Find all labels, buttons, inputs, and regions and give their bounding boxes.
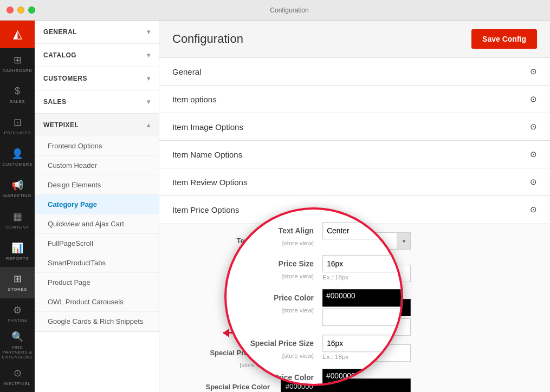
- config-section-item-review-header[interactable]: Item Review Options ⊙: [159, 168, 550, 195]
- sidebar-section-weltpixel-header[interactable]: WETPIXEL ▴: [35, 114, 159, 136]
- sidebar-section-catalog-header[interactable]: CATALOG ▾: [35, 44, 159, 67]
- circle-down-icon: ⊙: [530, 177, 537, 187]
- config-section-item-options-label: Item options: [172, 95, 217, 104]
- price-size-row: Price Size [store view] Ex.: 18px: [172, 265, 537, 290]
- config-section-item-options: Item options ⊙: [159, 86, 550, 113]
- sidebar-item-stores[interactable]: ⊞ STORES: [0, 267, 35, 298]
- sidebar-item-smartproducttabs[interactable]: SmartProductTabs: [35, 253, 159, 273]
- sidebar-item-system[interactable]: ⚙ SYSTEM: [0, 298, 35, 330]
- content-icon: ▦: [13, 211, 22, 223]
- title-bar: Configuration: [0, 0, 550, 21]
- sidebar-item-weltpixel[interactable]: ⊙ WELTPIXEL: [0, 361, 35, 392]
- sidebar-section-catalog: CATALOG ▾: [35, 44, 159, 67]
- config-section-item-image-header[interactable]: Item Image Options ⊙: [159, 113, 550, 140]
- special-price-size-sublabel: [store view]: [172, 362, 270, 368]
- minimize-button[interactable]: [17, 6, 24, 14]
- sidebar-item-custom-header[interactable]: Custom Header: [35, 156, 159, 175]
- config-section-item-options-header[interactable]: Item options ⊙: [159, 86, 550, 113]
- system-icon: ⚙: [13, 304, 22, 316]
- sidebar-section-sales-header[interactable]: SALES ▾: [35, 90, 159, 113]
- sidebar-item-frontend-options[interactable]: Frontend Options: [35, 136, 159, 156]
- text-align-sublabel: [store view]: [172, 250, 270, 256]
- circle-down-icon: ⊙: [530, 122, 537, 132]
- circle-up-icon: ⊙: [530, 205, 537, 214]
- config-section-item-image-label: Item Image Options: [172, 122, 243, 132]
- reports-icon: 📊: [11, 242, 23, 254]
- sidebar-item-find[interactable]: 🔍 FIND PARTNERS & EXTENSIONS: [0, 329, 35, 361]
- stores-icon: ⊞: [14, 273, 22, 285]
- price-color-label: Price Color: [232, 303, 270, 311]
- sales-icon: $: [15, 86, 20, 97]
- special-price-size-input[interactable]: [281, 344, 411, 362]
- sidebar-section-general: GENERAL ▾: [35, 21, 159, 44]
- close-button[interactable]: [7, 6, 14, 14]
- price-size-input[interactable]: [281, 265, 411, 282]
- sidebar-item-reports[interactable]: 📊 REPORTS: [0, 236, 35, 267]
- save-config-button[interactable]: Save Config: [471, 29, 537, 49]
- sidebar-weltpixel-items: Frontend Options Custom Header Design El…: [35, 136, 159, 331]
- maximize-button[interactable]: [28, 6, 35, 14]
- price-color-sublabel: [store view]: [172, 316, 270, 323]
- price-color-row: Price Color [store view] #000000: [172, 299, 537, 336]
- window-controls: [7, 6, 35, 14]
- config-section-item-price-header[interactable]: Item Price Options ⊙: [159, 196, 550, 223]
- circle-down-icon: ⊙: [530, 149, 537, 159]
- sidebar-item-owl-carousels[interactable]: OWL Product Carousels: [35, 292, 159, 312]
- customers-icon: 👤: [11, 148, 23, 160]
- price-size-sublabel: [store view]: [172, 282, 270, 289]
- config-section-item-name-header[interactable]: Item Name Options ⊙: [159, 141, 550, 168]
- logo[interactable]: ◭: [0, 21, 35, 48]
- special-price-size-row: Special Price Size [store view] Ex.: 18p…: [172, 344, 537, 370]
- sidebar-item-customers[interactable]: 👤 CUSTOMERS: [0, 142, 35, 173]
- magento-logo: ◭: [13, 27, 22, 41]
- text-align-row: Text Align [store view] Center Left Righ…: [172, 232, 537, 256]
- sidebar-item-products[interactable]: ⊡ PRODUCTS: [0, 110, 35, 142]
- sidebar-section-sales: SALES ▾: [35, 90, 159, 114]
- price-color-text-input[interactable]: [281, 318, 411, 336]
- sidebar-item-design-elements[interactable]: Design Elements: [35, 175, 159, 195]
- sidebar-item-google-cards[interactable]: Google Cards & Rich Snippets: [35, 312, 159, 331]
- special-price-size-hint: Ex.: 18px: [281, 363, 537, 370]
- config-section-item-name: Item Name Options ⊙: [159, 141, 550, 168]
- text-align-label: Text Align: [237, 237, 270, 245]
- config-section-item-image: Item Image Options ⊙: [159, 113, 550, 141]
- left-navigation: ◭ ⊞ DASHBOARD $ SALES ⊡ PRODUCTS 👤 CUSTO…: [0, 21, 35, 392]
- window-title: Configuration: [35, 6, 543, 14]
- chevron-down-icon: ▾: [147, 75, 151, 82]
- config-section-general: General ⊙: [159, 58, 550, 86]
- price-size-hint: Ex.: 18px: [281, 284, 537, 290]
- sidebar-section-general-label: GENERAL: [43, 28, 77, 36]
- config-section-general-header[interactable]: General ⊙: [159, 58, 550, 85]
- sidebar-section-general-header[interactable]: GENERAL ▾: [35, 21, 159, 43]
- config-area: General ⊙ Item options ⊙ Item Image Opti…: [159, 58, 550, 392]
- chevron-down-icon: ▾: [147, 28, 151, 36]
- config-section-item-review-label: Item Review Options: [172, 178, 247, 187]
- config-section-item-review: Item Review Options ⊙: [159, 168, 550, 196]
- special-price-color-input[interactable]: #000000: [281, 378, 411, 392]
- dashboard-icon: ⊞: [14, 54, 22, 66]
- sidebar-section-weltpixel-label: WETPIXEL: [43, 121, 79, 129]
- config-section-item-price: Item Price Options ⊙ Text Align [store v…: [159, 196, 550, 392]
- sidebar-item-sales[interactable]: $ SALES: [0, 79, 35, 110]
- sidebar-section-customers-header[interactable]: CUSTOMERS ▾: [35, 67, 159, 90]
- chevron-down-icon: ▾: [147, 98, 151, 106]
- circle-down-icon: ⊙: [530, 94, 537, 104]
- text-align-select[interactable]: Center Left Right: [281, 232, 411, 250]
- sidebar-item-content[interactable]: ▦ CONTENT: [0, 204, 35, 236]
- sidebar-item-quickview[interactable]: Quickview and Ajax Cart: [35, 214, 159, 234]
- sidebar-section-catalog-label: CATALOG: [43, 51, 76, 59]
- sidebar-item-fullpagescroll[interactable]: FullPageScroll: [35, 234, 159, 253]
- main-header: Configuration Save Config: [159, 21, 550, 58]
- find-icon: 🔍: [11, 331, 23, 343]
- special-price-color-row: Special Price Color [store view] #000000: [172, 378, 537, 392]
- special-price-size-label: Special Price Size: [210, 349, 270, 357]
- price-color-input[interactable]: #000000: [281, 299, 411, 316]
- main-content: Configuration Save Config General ⊙ Item…: [159, 21, 550, 392]
- chevron-down-icon: ▾: [147, 51, 151, 59]
- sidebar-item-product-page[interactable]: Product Page: [35, 273, 159, 292]
- chevron-up-icon: ▴: [147, 121, 151, 129]
- sidebar-item-dashboard[interactable]: ⊞ DASHBOARD: [0, 48, 35, 80]
- sidebar-item-category-page[interactable]: Category Page: [35, 195, 159, 214]
- sidebar-item-marketing[interactable]: 📢 MARKETING: [0, 173, 35, 205]
- marketing-icon: 📢: [11, 179, 23, 191]
